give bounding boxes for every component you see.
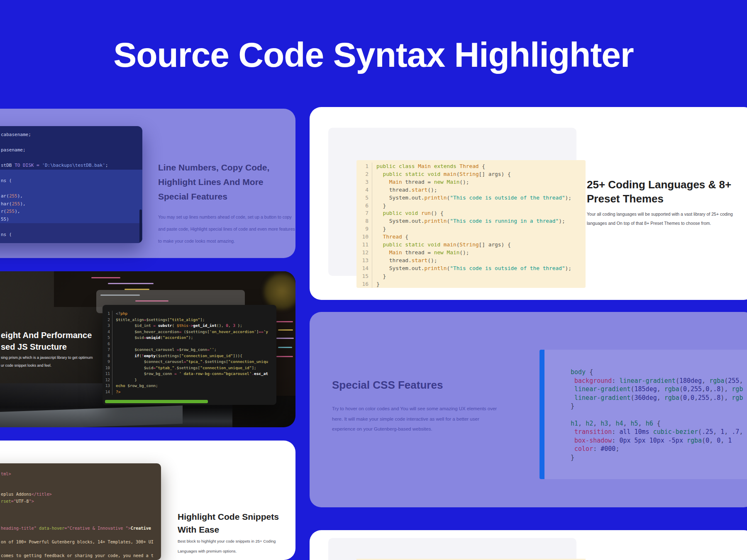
card-css-features: Special CSS Features Try to hover on col…	[310, 312, 747, 507]
code-line: }	[571, 453, 747, 462]
code-line: har(255),	[0, 200, 142, 208]
code-line	[1, 532, 161, 539]
code-line: 15 }	[360, 273, 586, 280]
progress-bar	[105, 400, 208, 403]
code-line	[1, 477, 161, 484]
card-js-structure: eight And Performance sed JS Structure s…	[0, 271, 295, 427]
code-line: on of 100+ Powerful Gutenberg blocks, 14…	[1, 539, 161, 545]
php-code-block: 1<?php2$title_align=$settings["title_ali…	[103, 305, 276, 405]
code-line: 9 }	[360, 225, 586, 233]
line-number: 13	[105, 383, 112, 389]
js-structure-heading: eight And Performance sed JS Structure	[1, 329, 92, 353]
line-number: 14	[105, 389, 112, 395]
code-line: ns (	[0, 231, 142, 239]
line-number: 2	[105, 317, 112, 323]
code-line: cabasename;	[0, 131, 142, 139]
code-line: 8 System.out.println("This code is runni…	[360, 217, 586, 225]
line-number: 6	[105, 341, 112, 347]
code-line: eplus Addons</title>	[1, 491, 161, 498]
line-number: 11	[105, 371, 112, 377]
code-line: transition: all 10ms cubic-bezier(.25, 1…	[571, 428, 747, 436]
features-description: You may set up lines numbers ahead of co…	[158, 211, 295, 247]
code-line	[1, 485, 161, 491]
code-line: 5 $uid=uniqid("accordion");	[105, 335, 276, 341]
line-number: 15	[360, 273, 372, 280]
css-code-block[interactable]: body { background: linear-gradient(180de…	[544, 350, 747, 479]
code-line: pasename;	[0, 146, 142, 154]
code-line: 16}	[360, 280, 586, 288]
features-heading: Line Numbers, Copy Code, Highlight Lines…	[158, 160, 269, 204]
line-number: 3	[105, 323, 112, 329]
code-line: rset="UTF-8">	[1, 498, 161, 505]
code-line: 13 thread.start();	[360, 257, 586, 265]
code-line: 2$title_align=$settings["title_align"];	[105, 317, 276, 323]
line-number: 4	[360, 186, 372, 194]
line-number: 1	[105, 311, 112, 317]
line-number: 7	[360, 209, 372, 217]
code-line: 12 }	[105, 377, 276, 383]
code-line	[571, 411, 747, 419]
code-line: 8 if(!empty($settings["connection_unique…	[105, 353, 276, 359]
php-editor-window: 1<?php2$title_align=$settings["title_ali…	[103, 305, 276, 405]
code-line: 6 }	[360, 202, 586, 210]
java-code-block: 1public class Main extends Thread {2 pub…	[356, 160, 586, 288]
code-line: 14 System.out.println("This code is outs…	[360, 265, 586, 273]
code-line: heading-title" data-hover="Creative & In…	[1, 525, 161, 532]
line-number: 14	[360, 265, 372, 273]
line-number: 12	[360, 249, 372, 257]
code-line: 11 public static void main(String[] args…	[360, 241, 586, 249]
code-line: 7 $connect_carousel =$row_bg_conn='';	[105, 347, 276, 353]
code-line: 2 public static void main(String[] args)…	[360, 170, 586, 178]
css-code-panel: body { background: linear-gradient(180de…	[540, 350, 747, 479]
code-line	[0, 223, 142, 231]
css-features-heading: Special CSS Features	[332, 377, 443, 393]
code-line: color: #000;	[571, 445, 747, 453]
line-number: 11	[360, 241, 372, 249]
code-line: 4 thread.start();	[360, 186, 586, 194]
code-line: linear-gradient(185deg, rgba(0,255,0,.8)…	[571, 385, 747, 394]
code-line	[0, 170, 142, 178]
snippets-description: Best block to highlight your code snippe…	[178, 536, 276, 556]
line-number: 2	[360, 170, 372, 178]
code-line: 11 $row_bg_conn = ' data-row-bg-conn="bg…	[105, 371, 276, 377]
code-line	[0, 154, 142, 162]
code-panel: 1public class Main extends Thread {	[328, 538, 576, 560]
code-line: 1<?php	[105, 311, 276, 317]
code-line: 10 $uid="tptab_".$settings["connection_u…	[105, 365, 276, 371]
line-number: 8	[360, 217, 372, 225]
html-code-screenshot: tml> eplus Addons</title>rset="UTF-8"> h…	[0, 463, 161, 560]
sql-code: cabasename; pasename; stDB TO DISK = 'D:…	[0, 126, 142, 243]
line-number: 10	[105, 365, 112, 371]
code-line	[0, 139, 142, 147]
code-line: 3 $id_int = substr( $this->get_id_int(),…	[105, 323, 276, 329]
card-coding-languages: 1public class Main extends Thread {2 pub…	[310, 107, 747, 300]
code-line: h1, h2, h3, h4, h5, h6 {	[571, 419, 747, 428]
snippets-heading: Highlight Code Snippets With Ease	[178, 510, 279, 536]
code-line	[1, 505, 161, 511]
code-line: 55)	[0, 216, 142, 224]
languages-description: Your all coding languages will be suppor…	[587, 210, 733, 228]
sql-code-screenshot: cabasename; pasename; stDB TO DISK = 'D:…	[0, 126, 142, 243]
line-number: 8	[105, 353, 112, 359]
code-line: tml>	[1, 471, 161, 477]
code-line: stDB TO DISK = 'D:\backups\testDB.bak';	[0, 162, 142, 170]
code-line	[1, 545, 161, 552]
code-line	[0, 239, 142, 243]
line-number: 16	[360, 280, 372, 288]
code-line: 4 $on_hover_accordion= ($settings['on_ho…	[105, 329, 276, 335]
css-features-description: Try to hover on color codes and You will…	[332, 404, 497, 434]
code-line: background: linear-gradient(180deg, rgba…	[571, 377, 747, 385]
code-line	[1, 519, 161, 525]
code-line: 1public class Main extends Thread {	[360, 163, 586, 170]
code-line: 12 Main thread = new Main();	[360, 249, 586, 257]
line-number: 9	[105, 359, 112, 365]
line-number: 6	[360, 202, 372, 210]
code-line: 9 $connect_carousel="tpca_".$settings["c…	[105, 359, 276, 365]
code-line: linear-gradient(360deg, rgba(0,0,255,.8)…	[571, 394, 747, 402]
card-line-numbers-features: cabasename; pasename; stDB TO DISK = 'D:…	[0, 109, 295, 258]
languages-heading: 25+ Coding Languages & 8+ Preset Themes	[587, 178, 731, 206]
scrollbar-thumb[interactable]	[139, 209, 142, 243]
code-line: 3 Main thread = new Main();	[360, 178, 586, 186]
code-line: body {	[571, 368, 747, 377]
line-number: 5	[105, 335, 112, 341]
